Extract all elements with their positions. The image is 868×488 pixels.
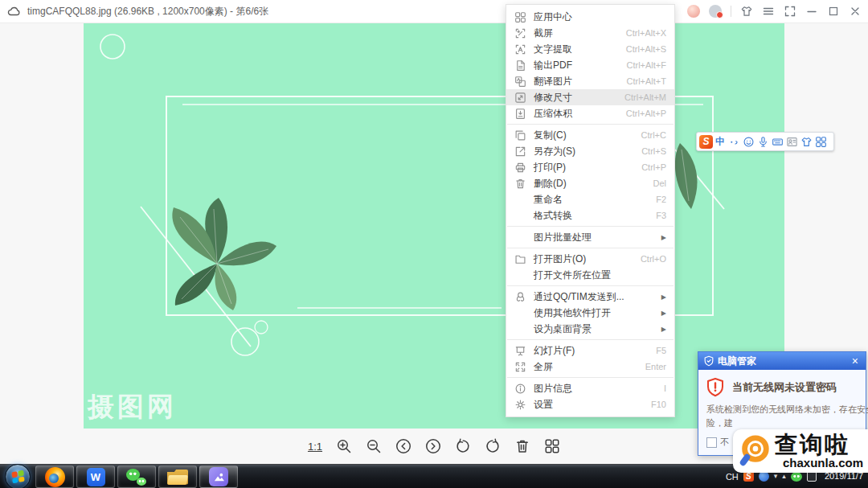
- menu-item-shortcut: Ctrl+Alt+P: [626, 109, 666, 118]
- menu-item-screenshot[interactable]: 截屏Ctrl+Alt+X: [506, 25, 674, 41]
- menu-item-print[interactable]: 打印(P)Ctrl+P: [506, 159, 674, 175]
- menu-item-text-extract[interactable]: 文字提取Ctrl+Alt+S: [506, 41, 674, 57]
- zoom-in-button[interactable]: [336, 438, 352, 454]
- toolbox-icon[interactable]: [815, 136, 827, 148]
- menu-item-label: 通过QQ/TIM发送到...: [534, 290, 661, 304]
- app-center-button[interactable]: [544, 438, 560, 454]
- menu-item-shortcut: F5: [656, 346, 666, 355]
- voice-input-icon[interactable]: [757, 136, 769, 148]
- menu-item-label: 格式转换: [534, 209, 656, 223]
- start-button[interactable]: [2, 464, 33, 488]
- maximize-button[interactable]: [827, 5, 840, 18]
- menu-item-batch-process[interactable]: 图片批量处理▶: [506, 229, 674, 245]
- account-icon[interactable]: [786, 136, 798, 148]
- menu-item-no-icon: [514, 307, 526, 319]
- menu-separator: [507, 248, 674, 248]
- emoji-icon[interactable]: [743, 136, 755, 148]
- displayed-image: 摄图网: [84, 23, 784, 429]
- export-pdf-icon: [514, 59, 526, 72]
- menu-item-label: 设置: [534, 398, 651, 412]
- menu-item-save-as[interactable]: 另存为(S)Ctrl+S: [506, 143, 674, 159]
- sogou-logo-icon[interactable]: S: [699, 135, 713, 149]
- full-screen-icon: [514, 361, 526, 373]
- notification-button[interactable]: [709, 5, 722, 18]
- menu-item-resize-image[interactable]: 修改尺寸Ctrl+Alt+M: [506, 89, 674, 105]
- titlebar-divider: [731, 6, 731, 17]
- wechat-icon: [126, 469, 147, 486]
- user-avatar[interactable]: [687, 5, 700, 18]
- menu-item-settings[interactable]: 设置F10: [506, 396, 674, 412]
- menu-item-image-info[interactable]: 图片信息I: [506, 380, 674, 396]
- minimize-button[interactable]: [805, 5, 818, 18]
- chaxunla-brand: 查询啦: [775, 433, 863, 457]
- zoom-out-button[interactable]: [366, 438, 382, 454]
- next-image-button[interactable]: [425, 438, 441, 454]
- menu-item-label: 打开图片(O): [534, 252, 641, 266]
- punctuation-icon[interactable]: [728, 136, 740, 148]
- pc-manager-shield-icon: [703, 355, 714, 367]
- taskbar-app-wechat[interactable]: [117, 465, 156, 488]
- folder-open-icon: [514, 253, 526, 265]
- menu-item-label: 截屏: [534, 27, 626, 40]
- app-logo-cloud-icon: [6, 4, 21, 18]
- submenu-arrow-icon: ▶: [661, 234, 666, 241]
- compress-image-icon: [514, 108, 526, 120]
- language-indicator[interactable]: CH: [726, 472, 739, 482]
- menu-item-shortcut: F10: [651, 400, 666, 409]
- menu-item-label: 删除(D): [534, 177, 653, 191]
- rotate-right-button[interactable]: [485, 438, 501, 454]
- menu-item-open-file-location[interactable]: 打开文件所在位置: [506, 267, 674, 283]
- text-extract-icon: [514, 43, 526, 55]
- menu-item-format-convert[interactable]: 格式转换F3: [506, 207, 674, 223]
- menu-item-label: 全屏: [534, 360, 645, 374]
- delete-image-button[interactable]: [514, 438, 530, 454]
- menu-item-export-pdf[interactable]: 输出PDFCtrl+Alt+F: [506, 57, 674, 73]
- skin-button[interactable]: [740, 5, 753, 18]
- wechat-tray-icon[interactable]: [791, 472, 802, 482]
- trash-icon: [514, 178, 526, 190]
- actual-size-button[interactable]: 1:1: [308, 441, 322, 453]
- submenu-arrow-icon: ▶: [661, 293, 666, 301]
- desktop-screen: timgCAFQQL88.jpg (26.96KB , 1200x700像素) …: [0, 0, 868, 488]
- taskbar-apps: W: [2, 464, 238, 488]
- rotate-left-button[interactable]: [455, 438, 471, 454]
- menu-item-shortcut: Ctrl+Alt+M: [624, 92, 666, 102]
- menu-item-full-screen[interactable]: 全屏Enter: [506, 359, 674, 375]
- menu-item-shortcut: F3: [656, 211, 666, 220]
- previous-image-button[interactable]: [395, 438, 411, 454]
- firefox-icon: [45, 467, 65, 487]
- menu-item-open-with-other[interactable]: 使用其他软件打开▶: [506, 305, 674, 321]
- menu-item-label: 使用其他软件打开: [534, 306, 661, 320]
- taskbar-app-wps-office[interactable]: W: [76, 465, 115, 488]
- menu-item-set-as-wallpaper[interactable]: 设为桌面背景▶: [506, 321, 674, 337]
- viewer-title-bar: timgCAFQQL88.jpg (26.96KB , 1200x700像素) …: [0, 0, 868, 23]
- photo-artwork: [84, 23, 784, 429]
- menu-item-copy[interactable]: 复制(C)Ctrl+C: [506, 127, 674, 143]
- menu-item-open-image[interactable]: 打开图片(O)Ctrl+O: [506, 251, 674, 267]
- chinese-mode-icon[interactable]: 中: [714, 136, 726, 148]
- menu-separator: [507, 377, 674, 378]
- taskbar-app-file-explorer[interactable]: [158, 465, 197, 488]
- file-explorer-icon: [167, 470, 188, 485]
- menu-item-shortcut: Ctrl+Alt+X: [626, 28, 666, 38]
- menu-item-send-via-qq[interactable]: 通过QQ/TIM发送到...▶: [506, 289, 674, 305]
- taskbar-app-image-viewer[interactable]: [199, 465, 238, 488]
- close-icon: [849, 5, 862, 18]
- menu-item-compress-image[interactable]: 压缩体积Ctrl+Alt+P: [506, 105, 674, 121]
- main-menu-button[interactable]: [762, 5, 775, 18]
- menu-item-translate-image[interactable]: 翻译图片Ctrl+Alt+T: [506, 73, 674, 89]
- popup-close-icon[interactable]: ×: [850, 355, 861, 367]
- taskbar-app-firefox[interactable]: [35, 465, 74, 488]
- actual-size-label: 1:1: [308, 441, 322, 453]
- skin-icon[interactable]: [800, 136, 813, 148]
- warning-shield-icon: [705, 377, 726, 398]
- menu-item-delete[interactable]: 删除(D)Del: [506, 175, 674, 191]
- menu-item-rename[interactable]: 重命名F2: [506, 191, 674, 207]
- menu-item-app-center[interactable]: 应用中心: [506, 9, 674, 25]
- menu-item-label: 打开文件所在位置: [534, 269, 666, 282]
- menu-item-slideshow[interactable]: 幻灯片(F)F5: [506, 342, 674, 359]
- close-button[interactable]: [849, 5, 862, 18]
- soft-keyboard-icon[interactable]: [772, 136, 784, 148]
- fullscreen-button[interactable]: [784, 5, 796, 18]
- wps-office-icon: W: [87, 468, 105, 486]
